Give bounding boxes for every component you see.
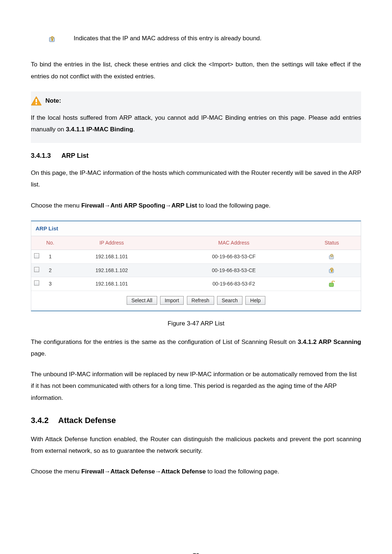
table-row: 1 192.168.1.101 00-19-66-83-53-CF [31,250,361,263]
bound-icon-legend: Indicates that the IP and MAC address of… [31,33,361,44]
note-label: Note: [45,95,61,107]
col-no: No. [42,236,58,250]
paragraph-arp-intro: On this page, the IP-MAC information of … [31,167,361,191]
paragraph-bind-instructions: To bind the entries in the list, check t… [31,59,361,82]
unbound-green-icon [328,281,335,287]
svg-rect-4 [36,99,37,102]
note-text-c: . [133,126,135,133]
search-button[interactable]: Search [217,296,242,305]
bound-yellow-icon [328,267,335,274]
bound-icon [49,35,56,42]
cell-ip: 192.168.1.101 [58,250,165,263]
help-button[interactable]: Help [245,296,265,305]
refresh-button[interactable]: Refresh [187,296,214,305]
arp-list-title: ARP List [31,221,361,237]
figure-caption: Figure 3-47 ARP List [31,318,361,329]
arp-list-panel: ARP List No. IP Address MAC Address Stat… [31,221,361,311]
arp-table: No. IP Address MAC Address Status 1 192.… [31,236,361,291]
bound-gray-icon [328,254,335,260]
cell-mac: 00-19-66-83-53-F2 [165,277,303,291]
bound-icon-desc: Indicates that the IP and MAC address of… [74,33,262,44]
cell-ip: 192.168.1.101 [58,277,165,291]
paragraph-unbound-aging: The unbound IP-MAC information will be r… [31,369,361,404]
cell-no: 3 [42,277,58,291]
col-status: Status [303,236,361,250]
select-all-button[interactable]: Select All [127,296,157,305]
arp-button-row: Select All Import Refresh Search Help [31,291,361,311]
heading-number: 3.4.2 [31,413,56,428]
heading-title: ARP List [61,152,89,159]
heading-number: 3.4.1.3 [31,149,60,162]
cell-mac: 00-19-66-83-53-CF [165,250,303,263]
cell-status [303,250,361,263]
warning-icon [31,96,42,106]
table-row: 3 192.168.1.101 00-19-66-83-53-F2 [31,277,361,291]
menu-path-1: Choose the menu Firewall→Anti ARP Spoofi… [31,200,361,212]
paragraph-attack-defense: With Attack Defense function enabled, th… [31,434,361,457]
svg-rect-2 [52,39,53,41]
svg-rect-11 [329,283,334,287]
col-ip: IP Address [58,236,165,250]
col-mac: MAC Address [165,236,303,250]
paragraph-config-same: The configurations for the entries is th… [31,336,361,360]
table-row: 2 192.168.1.102 00-19-66-83-53-CE [31,263,361,277]
cell-status [303,277,361,291]
col-checkbox [31,236,42,250]
row-checkbox[interactable] [34,280,39,286]
heading-3-4-1-3: 3.4.1.3 ARP List [31,149,361,162]
svg-rect-10 [331,270,332,272]
page-number: -73- [31,550,361,554]
cell-status [303,263,361,277]
cell-ip: 192.168.1.102 [58,263,165,277]
note-block: Note: If the local hosts suffered from A… [31,91,361,143]
svg-rect-5 [36,103,37,104]
row-checkbox[interactable] [34,267,39,272]
cell-no: 1 [42,250,58,263]
heading-3-4-2: 3.4.2 Attack Defense [31,413,361,428]
import-button[interactable]: Import [160,296,184,305]
heading-title: Attack Defense [58,416,116,425]
row-checkbox[interactable] [34,253,39,258]
note-text-b: 3.4.1.1 IP-MAC Binding [66,126,133,133]
cell-mac: 00-19-66-83-53-CE [165,263,303,277]
cell-no: 2 [42,263,58,277]
menu-path-2: Choose the menu Firewall→Attack Defense→… [31,466,361,477]
